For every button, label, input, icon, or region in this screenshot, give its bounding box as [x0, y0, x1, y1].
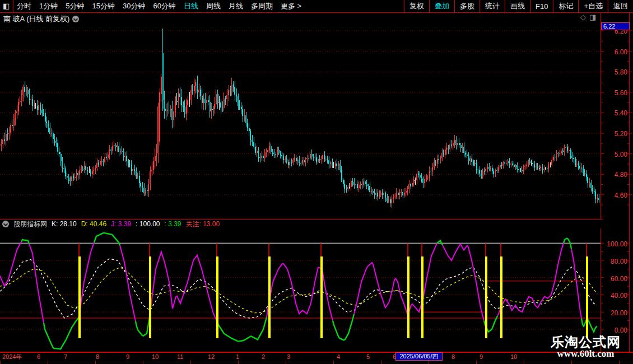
- chevron-down-icon[interactable]: [2, 221, 9, 227]
- selected-date-badge: 2025/06/05/四: [395, 352, 443, 361]
- chevron-down-icon[interactable]: [72, 16, 79, 22]
- month-label: 4: [337, 353, 340, 360]
- menu-item-复权[interactable]: 复权: [404, 1, 429, 11]
- menu-item-日线[interactable]: 日线: [184, 1, 198, 11]
- menu-item-60分钟[interactable]: 60分钟: [153, 1, 175, 11]
- top-menu-bar: ◧ 分时1分钟5分钟15分钟30分钟60分钟日线周线月线多周期更多 > 复权叠加…: [0, 0, 633, 13]
- indicator-tick-label: 100.00: [605, 241, 627, 248]
- price-tick-label: 5.80: [605, 69, 627, 76]
- price-tick-label: 6.00: [605, 49, 627, 55]
- menu-item-周线[interactable]: 周线: [206, 1, 221, 11]
- month-label: 12: [208, 353, 215, 360]
- price-tick-label: 5.40: [605, 110, 627, 116]
- menu-item-多股[interactable]: 多股: [455, 1, 480, 11]
- watermark-url: www.60lt.com: [551, 349, 621, 359]
- diamond-icon[interactable]: ◇: [580, 13, 586, 21]
- divider: [143, 361, 143, 364]
- divider: [48, 361, 48, 364]
- watermark: 乐淘公式网 www.60lt.com: [551, 335, 621, 359]
- month-label: 6: [37, 353, 40, 360]
- divider: [333, 361, 334, 364]
- pane-icons: ◇◨: [580, 13, 596, 21]
- symbol-title-bar: 南 玻A (日线 前复权): [3, 14, 79, 24]
- month-label: 8: [452, 353, 455, 360]
- month-label: 11: [177, 353, 183, 360]
- price-tick-label: 5.00: [605, 151, 627, 158]
- divider: [286, 361, 286, 364]
- divider: [619, 361, 620, 364]
- trading-app-window: ◧ 分时1分钟5分钟15分钟30分钟60分钟日线周线月线多周期更多 > 复权叠加…: [0, 0, 633, 364]
- chart-graphics: [0, 0, 633, 364]
- clipped-bottom-toolbar: [0, 361, 633, 364]
- pane-layout-icon[interactable]: ◨: [589, 13, 596, 21]
- signal-bars: [78, 256, 588, 338]
- price-tick-label: 5.60: [605, 90, 627, 96]
- indicator-header: 股朋指标网 K: 28.10D: 40.46J: 3.39: 100.00: 3…: [0, 219, 603, 228]
- tools-menu: 复权叠加多股统计画线F10标记+自选返回: [404, 0, 633, 12]
- divider: [13, 0, 13, 12]
- menu-item-统计[interactable]: 统计: [480, 1, 505, 11]
- menu-item-+自选[interactable]: +自选: [579, 1, 608, 11]
- menu-item-F10[interactable]: F10: [530, 2, 553, 11]
- menu-item-分时[interactable]: 分时: [17, 1, 31, 11]
- divider: [95, 361, 96, 364]
- menu-item-5分钟[interactable]: 5分钟: [66, 1, 84, 11]
- month-label: 1: [236, 353, 239, 360]
- window-split-icon[interactable]: ◧: [3, 2, 11, 10]
- menu-item-叠加[interactable]: 叠加: [430, 1, 454, 11]
- frame-lines: [0, 0, 633, 364]
- menu-item-返回[interactable]: 返回: [608, 1, 633, 11]
- max-price-badge: 6.22: [601, 22, 630, 30]
- main-gridlines: [0, 31, 601, 195]
- menu-item-月线[interactable]: 月线: [229, 1, 243, 11]
- price-tick-label: 4.60: [605, 192, 627, 199]
- menu-item-1分钟[interactable]: 1分钟: [39, 1, 58, 11]
- price-tick-label: 4.80: [605, 171, 627, 178]
- indicator-value-: : 3.39: [164, 220, 181, 228]
- indicator-name: 股朋指标网: [13, 220, 47, 229]
- divider: [238, 361, 239, 364]
- divider: [524, 361, 524, 364]
- price-axis-ticks: [601, 31, 632, 205]
- divider: [190, 361, 191, 364]
- indicator-tick-label: 40.00: [605, 292, 627, 299]
- divider: [476, 361, 477, 364]
- indicator-value-J: J: 3.39: [111, 220, 131, 228]
- watermark-site-name: 乐淘公式网: [551, 335, 621, 349]
- menu-item-画线[interactable]: 画线: [505, 1, 530, 11]
- month-label: 3: [287, 353, 290, 360]
- date-axis[interactable]: 2024年 67891011121234568910: [0, 352, 633, 361]
- indicator-value-关注: 关注: 13.00: [186, 220, 220, 229]
- symbol-title: 南 玻A (日线 前复权): [3, 14, 69, 24]
- menu-item-更多 >[interactable]: 更多 >: [281, 1, 301, 11]
- divider: [381, 361, 381, 364]
- price-tick-label: 5.20: [605, 130, 627, 137]
- period-menu: 分时1分钟5分钟15分钟30分钟60分钟日线周线月线多周期更多 >: [17, 1, 301, 11]
- menu-item-标记[interactable]: 标记: [553, 1, 578, 11]
- divider: [429, 361, 429, 364]
- kdj-curves: [0, 233, 597, 349]
- indicator-tick-label: 20.00: [605, 310, 627, 316]
- indicator-value-: : 100.00: [136, 220, 160, 228]
- indicator-value-D: D: 40.46: [81, 220, 106, 228]
- divider: [0, 361, 1, 364]
- month-label: 10: [510, 353, 517, 360]
- menu-item-30分钟[interactable]: 30分钟: [123, 1, 145, 11]
- menu-item-15分钟[interactable]: 15分钟: [92, 1, 114, 11]
- month-label: 2: [262, 353, 265, 360]
- indicator-tick-label: 0.00: [605, 327, 627, 334]
- month-label: 9: [126, 353, 129, 360]
- divider: [571, 361, 572, 364]
- indicator-tick-label: 60.00: [605, 276, 627, 282]
- menu-item-多周期[interactable]: 多周期: [251, 1, 273, 11]
- month-label: 9: [480, 353, 483, 360]
- month-label: 10: [152, 353, 159, 360]
- candlestick-layer: [1, 29, 599, 208]
- month-label: 7: [64, 353, 67, 360]
- indicator-value-K: K: 28.10: [52, 220, 77, 228]
- month-label: 8: [96, 353, 99, 360]
- year-label: 2024年: [2, 353, 22, 360]
- month-label: 5: [366, 353, 370, 360]
- indicator-tick-label: 80.00: [605, 258, 627, 265]
